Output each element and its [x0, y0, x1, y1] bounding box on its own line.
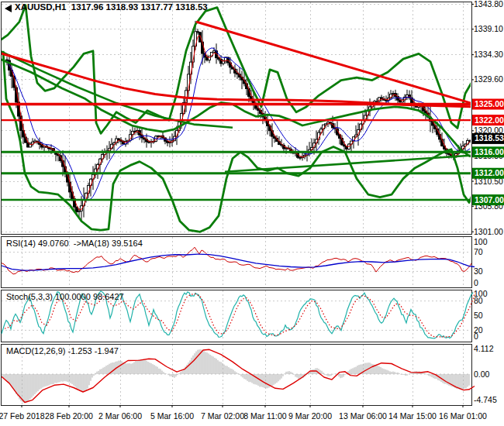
svg-text:1325.00: 1325.00	[475, 99, 504, 108]
svg-text:50: 50	[474, 311, 483, 320]
svg-text:70: 70	[474, 247, 483, 256]
time-axis-label: 7 Mar 02:00	[201, 411, 244, 421]
svg-text:1316.00: 1316.00	[475, 147, 504, 156]
svg-text:1312.00: 1312.00	[475, 168, 504, 177]
price-axis[interactable]: 1343.801339.101334.301329.601320.001315.…	[471, 0, 504, 404]
time-axis-label: 8 Mar 11:00	[243, 411, 286, 421]
time-axis-label: 28 Feb 20:00	[45, 411, 93, 421]
chart-window: 1343.801339.101334.301329.601320.001315.…	[0, 0, 504, 426]
time-axis[interactable]: 27 Feb 201828 Feb 20:002 Mar 06:005 Mar …	[0, 405, 487, 421]
svg-text:0: 0	[474, 332, 478, 341]
svg-text:1322.00: 1322.00	[475, 115, 504, 125]
time-axis-label: 16 Mar 01:00	[439, 411, 487, 421]
svg-text:80: 80	[474, 296, 483, 305]
macd-indicator-label: MACD(12,26,9) -1.253 -1.947	[6, 346, 119, 356]
svg-text:0.00: 0.00	[474, 369, 490, 379]
svg-text:-4.745: -4.745	[474, 395, 497, 404]
svg-text:1334.30: 1334.30	[474, 50, 503, 59]
chart-canvas[interactable]: 1343.801339.101334.301329.601320.001315.…	[0, 0, 504, 426]
time-axis-label: 27 Feb 2018	[0, 411, 45, 421]
chart-title: XAUUSD,H1 1317.96 1318.93 1317.77 1318.5…	[15, 2, 208, 12]
svg-text:1339.10: 1339.10	[474, 24, 503, 33]
svg-text:0: 0	[474, 278, 478, 287]
stoch-indicator-label: Stoch(5,3,3) 100.0000 98.6427	[6, 292, 124, 301]
time-axis-label: 9 Mar 20:00	[288, 411, 332, 421]
svg-text:1307.00: 1307.00	[475, 195, 504, 204]
chart-marker-icon	[5, 5, 12, 12]
svg-text:4.112: 4.112	[474, 344, 494, 353]
time-axis-label: 2 Mar 06:00	[98, 411, 142, 421]
svg-text:1301.00: 1301.00	[474, 227, 503, 236]
svg-text:1343.80: 1343.80	[474, 0, 503, 9]
svg-text:100: 100	[474, 237, 488, 246]
rsi-indicator-label: RSI(14) 49.0760 ->MA(18) 39.5164	[6, 239, 143, 248]
svg-text:30: 30	[474, 266, 483, 276]
time-axis-label: 14 Mar 15:00	[388, 411, 437, 421]
svg-text:1329.60: 1329.60	[474, 74, 503, 84]
time-axis-label: 13 Mar 06:00	[339, 411, 387, 421]
time-axis-label: 5 Mar 16:00	[150, 411, 194, 421]
svg-text:1318.53: 1318.53	[475, 133, 504, 143]
